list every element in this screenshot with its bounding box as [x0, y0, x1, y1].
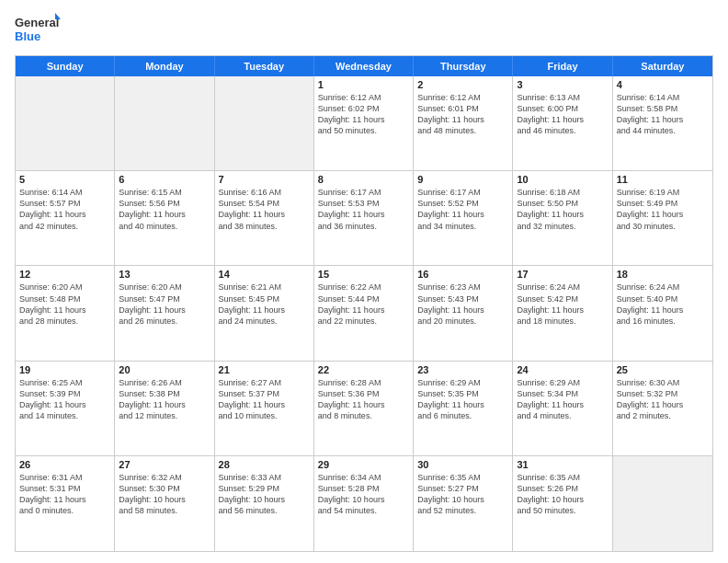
header-day-sunday: Sunday [16, 56, 115, 76]
day-cell-8: 8Sunrise: 6:17 AMSunset: 5:53 PMDaylight… [314, 171, 414, 265]
day-cell-1: 1Sunrise: 6:12 AMSunset: 6:02 PMDaylight… [314, 76, 414, 170]
day-number: 19 [19, 364, 110, 375]
day-info: Sunrise: 6:14 AMSunset: 5:57 PMDaylight:… [19, 187, 110, 232]
day-info: Sunrise: 6:17 AMSunset: 5:52 PMDaylight:… [417, 187, 508, 232]
logo: General Blue [15, 11, 61, 48]
day-cell-4: 4Sunrise: 6:14 AMSunset: 5:58 PMDaylight… [613, 76, 712, 170]
day-cell-5: 5Sunrise: 6:14 AMSunset: 5:57 PMDaylight… [16, 171, 115, 265]
day-cell-22: 22Sunrise: 6:28 AMSunset: 5:36 PMDayligh… [314, 362, 414, 455]
day-number: 12 [19, 269, 110, 280]
day-number: 10 [517, 174, 608, 185]
day-number: 8 [318, 174, 409, 185]
day-cell-18: 18Sunrise: 6:24 AMSunset: 5:40 PMDayligh… [613, 266, 712, 360]
day-cell-20: 20Sunrise: 6:26 AMSunset: 5:38 PMDayligh… [115, 362, 214, 455]
empty-cell [115, 76, 214, 170]
day-number: 23 [417, 364, 508, 375]
day-cell-31: 31Sunrise: 6:35 AMSunset: 5:26 PMDayligh… [513, 456, 612, 551]
day-cell-17: 17Sunrise: 6:24 AMSunset: 5:42 PMDayligh… [513, 266, 612, 360]
day-number: 7 [219, 174, 310, 185]
day-cell-7: 7Sunrise: 6:16 AMSunset: 5:54 PMDaylight… [215, 171, 314, 265]
day-number: 28 [219, 459, 310, 470]
day-number: 29 [318, 459, 409, 470]
day-number: 16 [417, 269, 508, 280]
day-info: Sunrise: 6:15 AMSunset: 5:56 PMDaylight:… [119, 187, 210, 232]
day-number: 18 [617, 269, 709, 280]
day-number: 21 [219, 364, 310, 375]
page: General Blue SundayMondayTuesdayWednesda… [0, 0, 728, 563]
header: General Blue [15, 11, 713, 48]
day-cell-26: 26Sunrise: 6:31 AMSunset: 5:31 PMDayligh… [16, 456, 115, 551]
day-info: Sunrise: 6:30 AMSunset: 5:32 PMDaylight:… [617, 377, 709, 422]
day-info: Sunrise: 6:14 AMSunset: 5:58 PMDaylight:… [617, 92, 709, 137]
day-info: Sunrise: 6:35 AMSunset: 5:26 PMDaylight:… [517, 472, 608, 517]
day-cell-13: 13Sunrise: 6:20 AMSunset: 5:47 PMDayligh… [115, 266, 214, 360]
week-row-2: 12Sunrise: 6:20 AMSunset: 5:48 PMDayligh… [16, 266, 712, 361]
day-info: Sunrise: 6:22 AMSunset: 5:44 PMDaylight:… [318, 282, 409, 327]
day-cell-9: 9Sunrise: 6:17 AMSunset: 5:52 PMDaylight… [414, 171, 513, 265]
calendar: SundayMondayTuesdayWednesdayThursdayFrid… [15, 55, 713, 552]
day-cell-23: 23Sunrise: 6:29 AMSunset: 5:35 PMDayligh… [414, 362, 513, 455]
day-number: 4 [617, 79, 709, 90]
day-number: 20 [119, 364, 210, 375]
header-day-thursday: Thursday [414, 56, 513, 76]
calendar-body: 1Sunrise: 6:12 AMSunset: 6:02 PMDaylight… [16, 76, 712, 551]
empty-cell [613, 456, 712, 551]
day-info: Sunrise: 6:27 AMSunset: 5:37 PMDaylight:… [219, 377, 310, 422]
day-cell-16: 16Sunrise: 6:23 AMSunset: 5:43 PMDayligh… [414, 266, 513, 360]
day-number: 22 [318, 364, 409, 375]
week-row-4: 26Sunrise: 6:31 AMSunset: 5:31 PMDayligh… [16, 456, 712, 551]
day-number: 24 [517, 364, 608, 375]
day-cell-30: 30Sunrise: 6:35 AMSunset: 5:27 PMDayligh… [414, 456, 513, 551]
svg-text:General: General [15, 16, 59, 29]
day-number: 13 [119, 269, 210, 280]
day-number: 1 [318, 79, 409, 90]
day-info: Sunrise: 6:16 AMSunset: 5:54 PMDaylight:… [219, 187, 310, 232]
day-info: Sunrise: 6:25 AMSunset: 5:39 PMDaylight:… [19, 377, 110, 422]
day-info: Sunrise: 6:17 AMSunset: 5:53 PMDaylight:… [318, 187, 409, 232]
day-number: 6 [119, 174, 210, 185]
day-info: Sunrise: 6:20 AMSunset: 5:47 PMDaylight:… [119, 282, 210, 327]
header-day-wednesday: Wednesday [314, 56, 414, 76]
day-number: 5 [19, 174, 110, 185]
day-cell-3: 3Sunrise: 6:13 AMSunset: 6:00 PMDaylight… [513, 76, 612, 170]
day-cell-15: 15Sunrise: 6:22 AMSunset: 5:44 PMDayligh… [314, 266, 414, 360]
day-number: 14 [219, 269, 310, 280]
day-number: 25 [617, 364, 709, 375]
week-row-1: 5Sunrise: 6:14 AMSunset: 5:57 PMDaylight… [16, 171, 712, 266]
day-info: Sunrise: 6:21 AMSunset: 5:45 PMDaylight:… [219, 282, 310, 327]
empty-cell [16, 76, 115, 170]
header-day-saturday: Saturday [613, 56, 712, 76]
day-cell-19: 19Sunrise: 6:25 AMSunset: 5:39 PMDayligh… [16, 362, 115, 455]
day-info: Sunrise: 6:35 AMSunset: 5:27 PMDaylight:… [417, 472, 508, 517]
day-cell-25: 25Sunrise: 6:30 AMSunset: 5:32 PMDayligh… [613, 362, 712, 455]
logo-svg: General Blue [15, 11, 61, 48]
day-info: Sunrise: 6:12 AMSunset: 6:02 PMDaylight:… [318, 92, 409, 137]
empty-cell [215, 76, 314, 170]
day-number: 9 [417, 174, 508, 185]
day-number: 26 [19, 459, 110, 470]
day-info: Sunrise: 6:24 AMSunset: 5:42 PMDaylight:… [517, 282, 608, 327]
day-info: Sunrise: 6:32 AMSunset: 5:30 PMDaylight:… [119, 472, 210, 517]
day-cell-12: 12Sunrise: 6:20 AMSunset: 5:48 PMDayligh… [16, 266, 115, 360]
day-number: 2 [417, 79, 508, 90]
day-number: 15 [318, 269, 409, 280]
header-day-friday: Friday [513, 56, 612, 76]
day-number: 17 [517, 269, 608, 280]
day-cell-10: 10Sunrise: 6:18 AMSunset: 5:50 PMDayligh… [513, 171, 612, 265]
day-info: Sunrise: 6:18 AMSunset: 5:50 PMDaylight:… [517, 187, 608, 232]
day-info: Sunrise: 6:28 AMSunset: 5:36 PMDaylight:… [318, 377, 409, 422]
day-info: Sunrise: 6:34 AMSunset: 5:28 PMDaylight:… [318, 472, 409, 517]
header-day-monday: Monday [115, 56, 214, 76]
day-number: 31 [517, 459, 608, 470]
day-cell-24: 24Sunrise: 6:29 AMSunset: 5:34 PMDayligh… [513, 362, 612, 455]
svg-text:Blue: Blue [15, 29, 40, 43]
day-info: Sunrise: 6:23 AMSunset: 5:43 PMDaylight:… [417, 282, 508, 327]
day-info: Sunrise: 6:12 AMSunset: 6:01 PMDaylight:… [417, 92, 508, 137]
svg-marker-2 [55, 13, 61, 19]
week-row-0: 1Sunrise: 6:12 AMSunset: 6:02 PMDaylight… [16, 76, 712, 171]
week-row-3: 19Sunrise: 6:25 AMSunset: 5:39 PMDayligh… [16, 362, 712, 456]
day-info: Sunrise: 6:19 AMSunset: 5:49 PMDaylight:… [617, 187, 709, 232]
day-cell-6: 6Sunrise: 6:15 AMSunset: 5:56 PMDaylight… [115, 171, 214, 265]
day-info: Sunrise: 6:24 AMSunset: 5:40 PMDaylight:… [617, 282, 709, 327]
day-info: Sunrise: 6:29 AMSunset: 5:34 PMDaylight:… [517, 377, 608, 422]
